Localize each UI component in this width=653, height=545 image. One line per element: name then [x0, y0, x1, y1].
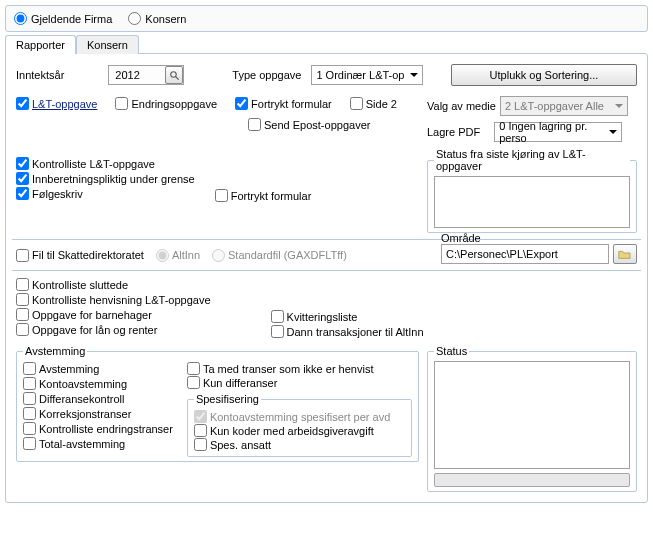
chk-kun-differanser-label: Kun differanser [203, 377, 277, 389]
chk-innberetning-input[interactable] [16, 172, 29, 185]
chk-kontrolliste-henvisning[interactable]: Kontrolliste henvisning L&T-oppgave [16, 293, 211, 306]
chk-kvitteringsliste-input[interactable] [271, 310, 284, 323]
chk-dann-altinn-input[interactable] [271, 325, 284, 338]
chk-fil-til-skatt[interactable]: Fil til Skattedirektoratet [16, 249, 144, 262]
status-box[interactable] [434, 361, 630, 469]
chk-side2[interactable]: Side 2 [350, 97, 397, 110]
area-browse-button[interactable] [613, 244, 637, 264]
chk-ta-med-transer-input[interactable] [187, 362, 200, 375]
tab-reports[interactable]: Rapporter [5, 35, 76, 54]
chk-send-epost[interactable]: Send Epost-oppgaver [248, 118, 370, 131]
chk-folgeskriv-label: Følgeskriv [32, 188, 83, 200]
radio-standardfil-input[interactable] [212, 249, 225, 262]
chk-oppgave-barnehager-input[interactable] [16, 308, 29, 321]
chk-folgeskriv-input[interactable] [16, 187, 29, 200]
chk-spes-ansatt-input[interactable] [194, 438, 207, 451]
select-sort-button[interactable]: Utplukk og Sortering... [451, 64, 637, 86]
chk-fortrykt-formular[interactable]: Fortrykt formular [235, 97, 332, 110]
chk-kun-differanser-input[interactable] [187, 376, 200, 389]
chk-kontrolliste-lt-label: Kontrolliste L&T-oppgave [32, 158, 155, 170]
chk-ta-med-transer[interactable]: Ta med transer som ikke er henvist [187, 362, 412, 375]
chk-avstemming[interactable]: Avstemming [23, 362, 173, 375]
chk-differansekontroll-input[interactable] [23, 392, 36, 405]
top-scope-panel: Gjeldende Firma Konsern [5, 5, 648, 32]
chk-total-avstemming-label: Total-avstemming [39, 438, 125, 450]
chk-fortrykt-formular-2-input[interactable] [215, 189, 228, 202]
chk-kontrolliste-endring[interactable]: Kontrolliste endringstranser [23, 422, 173, 435]
task-type-combo[interactable]: 1 Ordinær L&T-op [311, 65, 423, 85]
chk-send-epost-input[interactable] [248, 118, 261, 131]
spesifisering-group: Spesifisering Kontoavstemming spesifiser… [187, 393, 412, 457]
chk-korreksjonstranser[interactable]: Korreksjonstranser [23, 407, 173, 420]
chk-kontrolliste-endring-input[interactable] [23, 422, 36, 435]
chk-lt-oppgave-input[interactable] [16, 97, 29, 110]
chk-innberetning[interactable]: Innberetningspliktig under grense [16, 172, 195, 185]
radio-current-company-label: Gjeldende Firma [31, 13, 112, 25]
chk-fortrykt-formular-input[interactable] [235, 97, 248, 110]
chk-differansekontroll[interactable]: Differansekontroll [23, 392, 173, 405]
radio-standardfil[interactable]: Standardfil (GAXDFLTff) [212, 249, 347, 262]
chevron-down-icon [609, 130, 617, 134]
chk-kontoavstemming[interactable]: Kontoavstemming [23, 377, 173, 390]
chk-folgeskriv[interactable]: Følgeskriv [16, 187, 195, 200]
chk-oppgave-laan-label: Oppgave for lån og renter [32, 324, 157, 336]
tab-group[interactable]: Konsern [76, 35, 139, 54]
chk-endringsoppgave[interactable]: Endringsoppgave [115, 97, 217, 110]
search-icon [169, 70, 180, 81]
radio-current-company-input[interactable] [14, 12, 27, 25]
radio-group[interactable]: Konsern [128, 12, 186, 25]
chk-innberetning-label: Innberetningspliktig under grense [32, 173, 195, 185]
chk-fortrykt-formular-2[interactable]: Fortrykt formular [215, 189, 312, 202]
chk-spes-arbavg-label: Kun koder med arbeidsgiveravgift [210, 425, 374, 437]
chk-avstemming-input[interactable] [23, 362, 36, 375]
media-value: 2 L&T-oppgaver Alle [505, 100, 604, 112]
chk-korreksjonstranser-input[interactable] [23, 407, 36, 420]
chk-spes-arbavg-input[interactable] [194, 424, 207, 437]
save-pdf-value: 0 Ingen lagring pr. perso [499, 120, 609, 144]
radio-altinn-input[interactable] [156, 249, 169, 262]
area-path-field[interactable]: C:\Personec\PL\Export [441, 244, 609, 264]
last-run-status-legend: Status fra siste kjøring av L&T-oppgaver [434, 148, 630, 172]
chk-spes-arbavg[interactable]: Kun koder med arbeidsgiveravgift [194, 424, 405, 437]
chk-spes-ansatt[interactable]: Spes. ansatt [194, 438, 405, 451]
chk-oppgave-barnehager[interactable]: Oppgave for barnehager [16, 308, 211, 321]
chk-side2-label: Side 2 [366, 98, 397, 110]
status-legend: Status [434, 345, 469, 357]
chk-lt-oppgave[interactable]: L&T-oppgave [16, 97, 97, 110]
save-pdf-combo[interactable]: 0 Ingen lagring pr. perso [494, 122, 622, 142]
area-path-value: C:\Personec\PL\Export [446, 248, 558, 260]
chk-dann-altinn[interactable]: Dann transaksjoner til AltInn [271, 325, 424, 338]
chk-oppgave-laan-input[interactable] [16, 323, 29, 336]
radio-group-input[interactable] [128, 12, 141, 25]
chk-total-avstemming-input[interactable] [23, 437, 36, 450]
radio-current-company[interactable]: Gjeldende Firma [14, 12, 112, 25]
media-combo[interactable]: 2 L&T-oppgaver Alle [500, 96, 628, 116]
media-label: Valg av medie [427, 100, 496, 112]
task-type-label: Type oppgave [232, 69, 301, 81]
chk-spes-avd[interactable]: Kontoavstemming spesifisert per avd [194, 410, 405, 423]
chk-endringsoppgave-label: Endringsoppgave [131, 98, 217, 110]
chk-differansekontroll-label: Differansekontroll [39, 393, 124, 405]
chk-kontrolliste-lt[interactable]: Kontrolliste L&T-oppgave [16, 157, 195, 170]
chk-kontrolliste-henvisning-input[interactable] [16, 293, 29, 306]
chk-fortrykt-formular-label: Fortrykt formular [251, 98, 332, 110]
chk-endringsoppgave-input[interactable] [115, 97, 128, 110]
radio-altinn[interactable]: AltInn [156, 249, 200, 262]
chk-fil-til-skatt-input[interactable] [16, 249, 29, 262]
chk-kun-differanser[interactable]: Kun differanser [187, 376, 412, 389]
last-run-status-box[interactable] [434, 176, 630, 228]
income-year-lookup-button[interactable] [165, 66, 183, 84]
chk-korreksjonstranser-label: Korreksjonstranser [39, 408, 131, 420]
chk-oppgave-laan[interactable]: Oppgave for lån og renter [16, 323, 211, 336]
chk-kontrolliste-sluttede-input[interactable] [16, 278, 29, 291]
chk-kontrolliste-lt-input[interactable] [16, 157, 29, 170]
chk-kontrolliste-sluttede-label: Kontrolliste sluttede [32, 279, 128, 291]
chk-total-avstemming[interactable]: Total-avstemming [23, 437, 173, 450]
chk-dann-altinn-label: Dann transaksjoner til AltInn [287, 326, 424, 338]
chk-spes-avd-input[interactable] [194, 410, 207, 423]
chk-side2-input[interactable] [350, 97, 363, 110]
chk-kontoavstemming-input[interactable] [23, 377, 36, 390]
chk-kontrolliste-sluttede[interactable]: Kontrolliste sluttede [16, 278, 211, 291]
chk-kvitteringsliste[interactable]: Kvitteringsliste [271, 310, 424, 323]
svg-point-0 [171, 71, 177, 77]
